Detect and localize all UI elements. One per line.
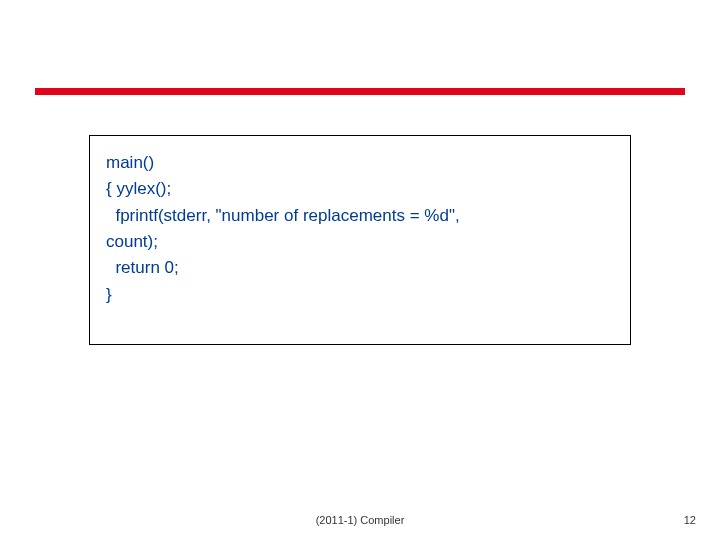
code-box: main() { yylex(); fprintf(stderr, "numbe… (89, 135, 631, 345)
code-line: } (106, 282, 620, 308)
page-number: 12 (684, 514, 696, 526)
code-line: { yylex(); (106, 176, 620, 202)
code-line: main() (106, 150, 620, 176)
code-line: count); (106, 229, 620, 255)
code-line: fprintf(stderr, "number of replacements … (106, 203, 620, 229)
code-line: return 0; (106, 255, 620, 281)
title-underline (35, 88, 685, 95)
slide: main() { yylex(); fprintf(stderr, "numbe… (0, 0, 720, 540)
footer-center-text: (2011-1) Compiler (0, 514, 720, 526)
